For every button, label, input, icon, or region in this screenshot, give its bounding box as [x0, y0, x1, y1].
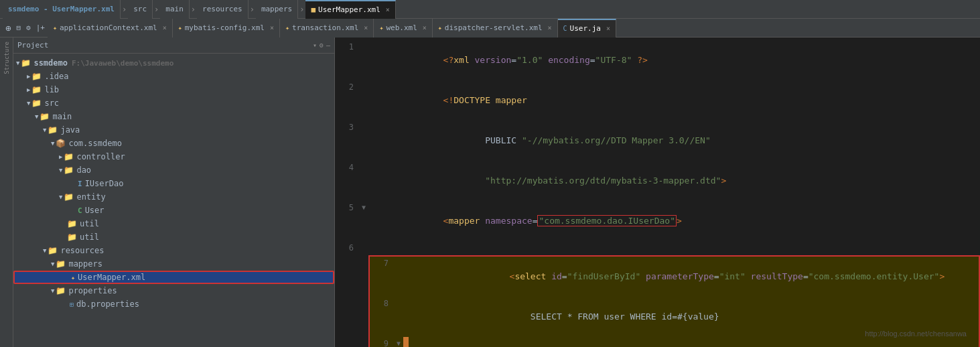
close-panel-icon[interactable]: —: [326, 42, 330, 49]
close-btn3[interactable]: ×: [364, 24, 368, 31]
line-content: <select id="findUserById" parameterType=…: [405, 257, 979, 297]
tab-label: transaction.xml: [292, 23, 358, 32]
arrow-icon: ▼: [27, 100, 30, 107]
tree-label: src: [44, 98, 59, 108]
add-tab-btn[interactable]: ⊕: [3, 21, 13, 35]
tree-label: .idea: [44, 72, 68, 81]
tab-mybatis[interactable]: ✦ mybatis-config.xml ×: [173, 19, 280, 38]
fold-icon[interactable]: [362, 161, 368, 174]
code-editor: 1 <?xml version="1.0" encoding="UTF-8" ?…: [335, 38, 980, 347]
tree-dao[interactable]: ▼ 📁 dao: [13, 163, 334, 177]
tree-src[interactable]: ▼ 📁 src: [13, 96, 334, 110]
close-btn5[interactable]: ×: [548, 24, 552, 31]
folder-icon: 📁: [64, 192, 74, 202]
line-number: 7: [370, 257, 397, 270]
close-btn[interactable]: ×: [163, 24, 167, 31]
code-line-3: 3 PUBLIC "-//mybatis.org//DTD Mapper 3.0…: [335, 121, 980, 161]
xml-file-icon4: ✦: [379, 24, 383, 31]
code-line-5: 5 ▼ <mapper namespace="com.ssmdemo.dao.I…: [335, 201, 980, 241]
tree-entity[interactable]: ▼ 📁 entity: [13, 190, 334, 204]
tree-mappers[interactable]: ▼ 📁 mappers: [13, 257, 334, 271]
tab-dispatcher[interactable]: ✦ dispatcher-servlet.xml ×: [433, 19, 558, 38]
package-icon: 📦: [56, 139, 66, 148]
arrow-icon: ▼: [51, 140, 54, 147]
tree-user[interactable]: C User: [13, 204, 334, 217]
tree-label: util: [80, 232, 99, 242]
content-area: Structure Project ▾ ⚙ — ▼ 📁 ssmdemo F:\J…: [0, 38, 980, 347]
line-number: 4: [335, 161, 362, 174]
tab-applicationcontext[interactable]: ✦ applicationContext.xml ×: [48, 19, 173, 38]
tree-label: User: [85, 206, 104, 215]
folder-icon: 📁: [48, 246, 58, 255]
line-number: 3: [335, 121, 362, 134]
java-file-icon: C: [563, 25, 567, 32]
tree-service[interactable]: 📁 util: [13, 217, 334, 230]
close-btn4[interactable]: ×: [423, 24, 427, 31]
tree-java[interactable]: ▼ 📁 java: [13, 123, 334, 137]
tab-main[interactable]: main: [160, 0, 190, 19]
tree-idea[interactable]: ▶ 📁 .idea: [13, 70, 334, 83]
fold-icon[interactable]: [397, 257, 403, 270]
folder-icon: 📁: [48, 125, 58, 135]
line-number: 6: [335, 241, 362, 255]
structure-icon[interactable]: Structure: [2, 40, 11, 76]
tab-transaction[interactable]: ✦ transaction.xml ×: [280, 19, 374, 38]
tree-properties-folder[interactable]: ▼ 📁 properties: [13, 284, 334, 297]
settings-btn[interactable]: ⚙: [23, 22, 33, 33]
close-tab-btn[interactable]: ×: [386, 6, 390, 13]
tab-mappers[interactable]: mappers: [256, 0, 298, 19]
folder-icon: 📁: [67, 219, 77, 228]
tree-label: UserMapper.xml: [78, 273, 145, 282]
toggle-btn[interactable]: |+: [33, 22, 48, 33]
line-content: <?xml version="1.0" encoding="UTF-8" ?>: [370, 40, 980, 80]
close-btn6[interactable]: ×: [606, 25, 610, 32]
tree-label: com.ssmdemo: [68, 139, 121, 148]
tab-usermapper-xml[interactable]: ■ UserMapper.xml ×: [305, 0, 395, 19]
tab-label: dispatcher-servlet.xml: [445, 23, 543, 32]
tab-userjava[interactable]: C User.ja ×: [558, 19, 616, 38]
close-btn2[interactable]: ×: [270, 24, 274, 31]
fold-icon[interactable]: [362, 241, 368, 255]
dropdown-icon[interactable]: ▾: [313, 42, 317, 49]
tree-util[interactable]: 📁 util: [13, 230, 334, 244]
xml-file-icon2: ✦: [178, 24, 182, 31]
tree-db-properties[interactable]: ⊞ db.properties: [13, 297, 334, 311]
fold-icon[interactable]: [362, 80, 368, 94]
tree-main[interactable]: ▼ 📁 main: [13, 110, 334, 123]
watermark: http://blog.csdn.net/chensanwa: [865, 327, 967, 340]
project-header-title: Project: [17, 41, 313, 50]
code-line-4: 4 "http://mybatis.org/dtd/mybatis-3-mapp…: [335, 161, 980, 201]
folder-icon: 📁: [56, 286, 66, 295]
split-btn[interactable]: ⊟: [13, 22, 23, 33]
tree-lib[interactable]: ▶ 📁 lib: [13, 83, 334, 96]
code-content[interactable]: 1 <?xml version="1.0" encoding="UTF-8" ?…: [335, 38, 980, 347]
tab-webxml[interactable]: ✦ web.xml ×: [374, 19, 432, 38]
tree-root[interactable]: ▼ 📁 ssmdemo F:\Javaweb\demo\ssmdemo: [13, 56, 334, 70]
fold-icon[interactable]: [362, 40, 368, 54]
arrow-icon: ▼: [43, 127, 46, 133]
tree-label: lib: [44, 85, 59, 94]
tab-resources[interactable]: resources: [197, 0, 249, 19]
props-icon: ⊞: [70, 301, 74, 308]
tree-label: properties: [68, 286, 117, 295]
line-content: <mapper namespace="com.ssmdemo.dao.IUser…: [370, 201, 980, 241]
fold-icon[interactable]: [362, 121, 368, 134]
tree-com-ssmdemo[interactable]: ▼ 📦 com.ssmdemo: [13, 137, 334, 150]
line-number: 2: [335, 80, 362, 94]
line-number: 8: [370, 297, 397, 310]
folder-icon: 📁: [31, 98, 42, 108]
tree-usermapper[interactable]: ✦ UserMapper.xml: [13, 271, 334, 284]
fold-icon[interactable]: ▼: [397, 337, 403, 347]
tree-iuserdao[interactable]: I IUserDao: [13, 177, 334, 190]
folder-icon: 📁: [40, 112, 50, 121]
tab-src[interactable]: src: [128, 0, 153, 19]
project-panel: Project ▾ ⚙ — ▼ 📁 ssmdemo F:\Javaweb\dem…: [13, 38, 335, 347]
ssmdemo-label: ssmdemo - UserMapper.xml: [8, 5, 115, 13]
gear-icon[interactable]: ⚙: [320, 42, 324, 49]
tab-ssmdemo[interactable]: ssmdemo - UserMapper.xml: [3, 0, 121, 19]
fold-icon[interactable]: [397, 297, 403, 310]
tree-controller[interactable]: ▶ 📁 controller: [13, 150, 334, 163]
fold-icon[interactable]: ▼: [362, 201, 368, 214]
tree-resources[interactable]: ▼ 📁 resources: [13, 244, 334, 257]
code-line-6: 6: [335, 241, 980, 255]
